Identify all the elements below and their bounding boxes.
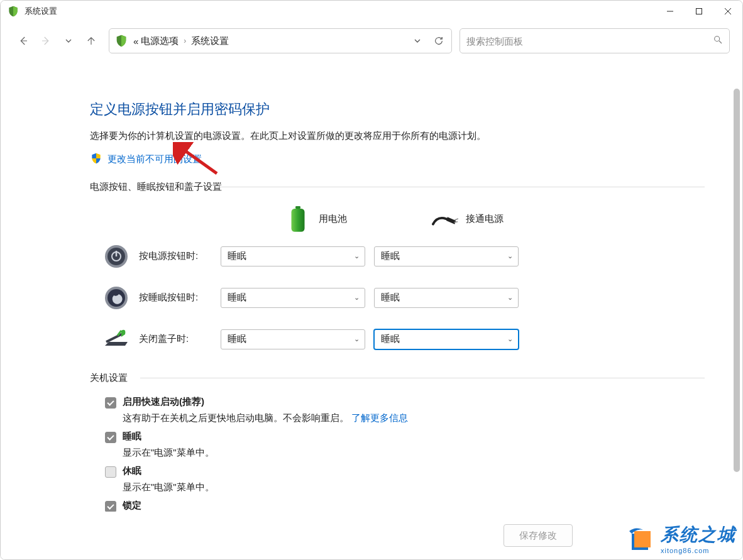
battery-icon bbox=[285, 206, 311, 233]
svg-line-11 bbox=[454, 221, 458, 222]
save-button[interactable]: 保存修改 bbox=[504, 524, 573, 547]
sleep-row: 睡眠 bbox=[105, 431, 717, 443]
chevron-down-icon: ⌄ bbox=[507, 294, 513, 302]
sleep-desc: 显示在"电源"菜单中。 bbox=[123, 447, 717, 459]
column-plugged-label: 接通电源 bbox=[466, 213, 504, 225]
fast-startup-label: 启用快速启动(推荐) bbox=[123, 396, 204, 408]
row-power-button: 按电源按钮时: 睡眠⌄ 睡眠⌄ bbox=[90, 243, 717, 270]
breadcrumb-sep-icon: › bbox=[184, 36, 186, 45]
nav-bar: « 电源选项 › 系统设置 bbox=[1, 22, 742, 60]
sleep-button-battery-dropdown[interactable]: 睡眠⌄ bbox=[221, 288, 365, 308]
maximize-button[interactable] bbox=[685, 1, 713, 22]
breadcrumb-item-0[interactable]: 电源选项 bbox=[140, 33, 180, 50]
column-battery-label: 用电池 bbox=[319, 213, 347, 225]
row-power-button-label: 按电源按钮时: bbox=[139, 250, 221, 262]
plug-icon bbox=[432, 206, 458, 233]
power-button-battery-dropdown[interactable]: 睡眠⌄ bbox=[221, 246, 365, 266]
window-title: 系统设置 bbox=[25, 6, 57, 17]
fast-startup-row: 启用快速启动(推荐) bbox=[105, 396, 717, 409]
address-dropdown-icon[interactable] bbox=[409, 32, 426, 50]
breadcrumb-prefix[interactable]: « bbox=[132, 33, 140, 49]
page-description: 选择要为你的计算机设置的电源设置。在此页上对设置所做的更改将应用于你所有的电源计… bbox=[90, 129, 717, 143]
back-button[interactable] bbox=[13, 31, 33, 51]
power-button-icon bbox=[102, 243, 130, 270]
hibernate-checkbox[interactable] bbox=[105, 466, 116, 478]
svg-rect-8 bbox=[295, 206, 300, 209]
scrollbar[interactable] bbox=[734, 89, 740, 491]
learn-more-link[interactable]: 了解更多信息 bbox=[351, 412, 408, 423]
section-divider bbox=[216, 187, 705, 187]
refresh-button[interactable] bbox=[430, 32, 448, 50]
chevron-down-icon: ⌄ bbox=[354, 335, 360, 343]
search-icon[interactable] bbox=[713, 35, 723, 47]
power-button-plugged-dropdown[interactable]: 睡眠⌄ bbox=[374, 246, 519, 266]
forward-button[interactable] bbox=[36, 31, 56, 51]
column-battery: 用电池 bbox=[285, 206, 347, 233]
search-box[interactable] bbox=[460, 28, 730, 53]
breadcrumb-item-1[interactable]: 系统设置 bbox=[190, 33, 230, 50]
scrollbar-thumb[interactable] bbox=[734, 89, 740, 472]
sleep-label: 睡眠 bbox=[123, 431, 141, 442]
sleep-checkbox[interactable] bbox=[105, 432, 116, 443]
search-input[interactable] bbox=[466, 36, 713, 47]
hibernate-row: 休眠 bbox=[105, 465, 717, 478]
content-area: 定义电源按钮并启用密码保护 选择要为你的计算机设置的电源设置。在此页上对设置所做… bbox=[1, 63, 742, 512]
hibernate-label: 休眠 bbox=[123, 465, 141, 477]
watermark-url: xitong86.com bbox=[661, 547, 736, 554]
watermark-logo-icon bbox=[628, 525, 656, 552]
fast-startup-desc: 这有助于在关机之后更快地启动电脑。不会影响重启。 了解更多信息 bbox=[123, 412, 717, 424]
svg-point-6 bbox=[715, 36, 720, 41]
lock-checkbox[interactable] bbox=[105, 501, 116, 512]
minimize-button[interactable] bbox=[656, 1, 685, 22]
watermark: 系统之城 xitong86.com bbox=[628, 523, 736, 554]
address-icon bbox=[114, 34, 128, 48]
address-bar[interactable]: « 电源选项 › 系统设置 bbox=[109, 28, 452, 53]
fast-startup-checkbox[interactable] bbox=[105, 397, 116, 409]
svg-line-7 bbox=[719, 41, 722, 43]
sleep-button-plugged-dropdown[interactable]: 睡眠⌄ bbox=[374, 288, 519, 308]
up-button[interactable] bbox=[81, 31, 101, 51]
sleep-button-icon bbox=[102, 284, 130, 312]
chevron-down-icon: ⌄ bbox=[354, 252, 360, 260]
close-lid-plugged-dropdown[interactable]: 睡眠⌄ bbox=[374, 329, 519, 349]
close-lid-icon bbox=[102, 326, 130, 353]
chevron-down-icon: ⌄ bbox=[507, 252, 513, 260]
uac-shield-icon bbox=[90, 152, 102, 167]
chevron-down-icon: ⌄ bbox=[507, 335, 513, 343]
page-heading: 定义电源按钮并启用密码保护 bbox=[90, 100, 717, 119]
title-bar: 系统设置 bbox=[1, 1, 742, 22]
app-icon bbox=[7, 5, 19, 18]
close-button[interactable] bbox=[713, 1, 742, 22]
svg-rect-9 bbox=[292, 208, 305, 231]
svg-line-10 bbox=[454, 219, 458, 220]
svg-rect-19 bbox=[634, 531, 651, 547]
watermark-title: 系统之城 bbox=[661, 523, 736, 547]
hibernate-desc: 显示在"电源"菜单中。 bbox=[123, 481, 717, 493]
row-sleep-button-label: 按睡眠按钮时: bbox=[139, 292, 221, 304]
row-close-lid: 关闭盖子时: 睡眠⌄ 睡眠⌄ bbox=[90, 326, 717, 353]
svg-rect-1 bbox=[696, 9, 702, 14]
row-close-lid-label: 关闭盖子时: bbox=[139, 333, 221, 345]
lock-row: 锁定 bbox=[105, 500, 717, 512]
change-unavailable-settings-link[interactable]: 更改当前不可用的设置 bbox=[107, 153, 202, 165]
row-sleep-button: 按睡眠按钮时: 睡眠⌄ 睡眠⌄ bbox=[90, 284, 717, 312]
close-lid-battery-dropdown[interactable]: 睡眠⌄ bbox=[221, 329, 365, 349]
history-dropdown-button[interactable] bbox=[58, 31, 79, 51]
column-plugged: 接通电源 bbox=[432, 206, 504, 233]
section-divider bbox=[140, 378, 705, 378]
chevron-down-icon: ⌄ bbox=[354, 294, 360, 302]
lock-label: 锁定 bbox=[123, 500, 141, 512]
